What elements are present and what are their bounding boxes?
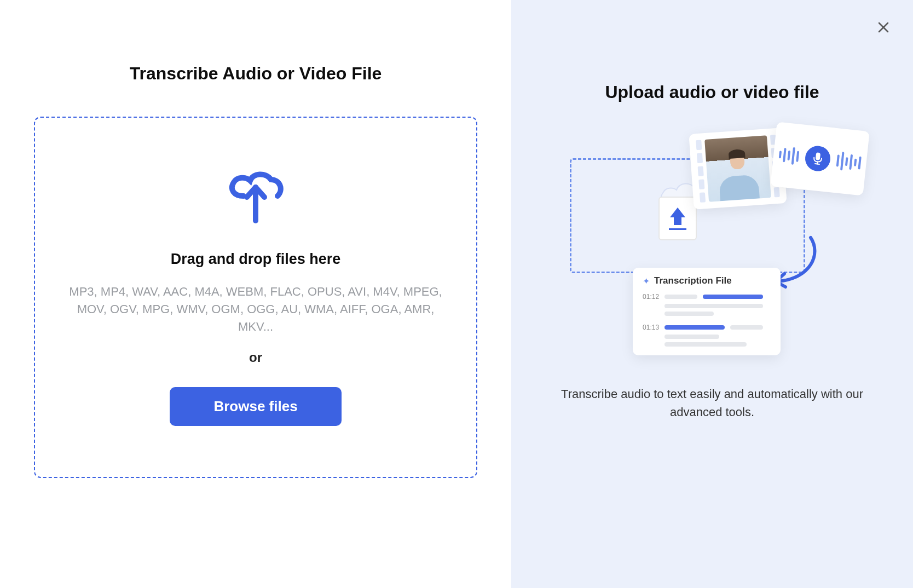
close-button[interactable]: [876, 20, 891, 35]
file-dropzone[interactable]: Drag and drop files here MP3, MP4, WAV, …: [34, 117, 477, 478]
transcription-card: ✦ Transcription File 01:12 01:13: [633, 268, 781, 355]
upload-file-icon: [658, 197, 697, 240]
audio-card: [770, 122, 869, 195]
browse-files-button[interactable]: Browse files: [170, 387, 341, 426]
transcription-card-title: Transcription File: [654, 275, 732, 286]
upload-illustration: ✦ Transcription File 01:12 01:13: [570, 125, 854, 361]
sparkle-icon: ✦: [643, 276, 650, 286]
info-title: Upload audio or video file: [605, 82, 819, 102]
supported-formats: MP3, MP4, WAV, AAC, M4A, WEBM, FLAC, OPU…: [62, 283, 449, 336]
video-person-image: [704, 135, 771, 202]
upload-panel: Transcribe Audio or Video File Drag and …: [0, 0, 511, 588]
info-description: Transcribe audio to text easily and auto…: [559, 385, 865, 421]
info-panel: Upload audio or video file: [511, 0, 913, 588]
microphone-icon: [804, 145, 832, 172]
drop-heading: Drag and drop files here: [171, 251, 341, 268]
timestamp: 01:13: [643, 324, 659, 331]
svg-rect-3: [816, 152, 820, 160]
cloud-upload-icon: [223, 169, 288, 229]
timestamp: 01:12: [643, 293, 659, 301]
or-separator: or: [249, 350, 262, 365]
close-icon: [877, 21, 889, 33]
svg-line-5: [815, 164, 819, 164]
page-title: Transcribe Audio or Video File: [34, 64, 477, 84]
